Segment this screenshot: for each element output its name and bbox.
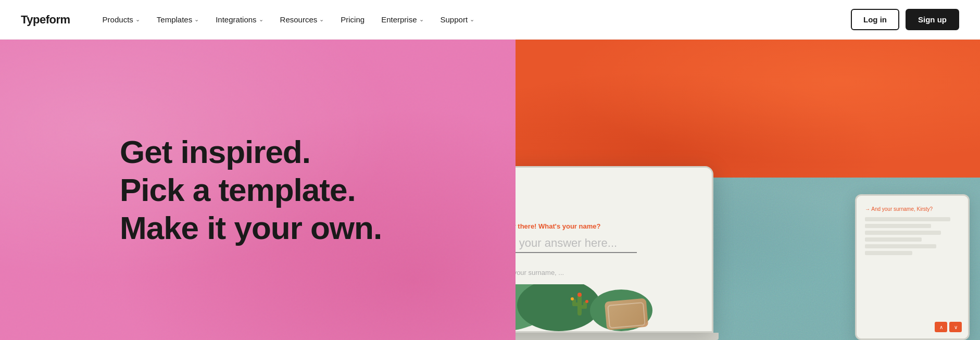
hero-text-block: Get inspired. Pick a template. Make it y… bbox=[120, 133, 382, 247]
question-text: Hey there! What's your name? bbox=[516, 222, 600, 230]
tablet-navigation: ∧ ∨ bbox=[935, 322, 962, 332]
chevron-down-icon: ⌄ bbox=[194, 16, 199, 23]
nav-label-pricing: Pricing bbox=[341, 15, 365, 24]
svg-point-6 bbox=[571, 297, 574, 300]
tablet-screen: → And your surname, Kirsty? bbox=[857, 196, 968, 338]
hero-section: Get inspired. Pick a template. Make it y… bbox=[0, 40, 980, 340]
nav-label-integrations: Integrations bbox=[216, 15, 256, 24]
tablet-mockup: → And your surname, Kirsty? ∧ ∨ bbox=[855, 194, 970, 340]
tablet-question: → And your surname, Kirsty? bbox=[865, 206, 960, 212]
pillow-pattern bbox=[607, 302, 646, 329]
nav-label-support: Support bbox=[441, 15, 468, 24]
tablet-nav-down[interactable]: ∨ bbox=[949, 322, 962, 332]
hero-headline: Get inspired. Pick a template. Make it y… bbox=[120, 133, 382, 247]
navbar-actions: Log in Sign up bbox=[851, 9, 959, 30]
laptop-base bbox=[516, 333, 719, 340]
nav-item-templates[interactable]: Templates ⌄ bbox=[149, 11, 206, 28]
tablet-question-prefix: → bbox=[865, 206, 870, 212]
nav-label-templates: Templates bbox=[157, 15, 192, 24]
nav-item-pricing[interactable]: Pricing bbox=[333, 11, 372, 28]
hero-left-panel: Get inspired. Pick a template. Make it y… bbox=[0, 40, 516, 340]
nav-label-enterprise: Enterprise bbox=[381, 15, 417, 24]
hero-orange-bg bbox=[516, 40, 980, 178]
brand-logo[interactable]: Typeform bbox=[21, 13, 70, 27]
hero-headline-line2: Pick a template. bbox=[120, 172, 356, 208]
svg-point-7 bbox=[585, 300, 588, 303]
chevron-down-icon: ⌄ bbox=[319, 16, 324, 23]
nav-item-resources[interactable]: Resources ⌄ bbox=[273, 11, 332, 28]
tablet-line-3 bbox=[865, 231, 941, 235]
tablet-line-1 bbox=[865, 217, 950, 221]
signup-button[interactable]: Sign up bbox=[906, 9, 959, 30]
nav-item-support[interactable]: Support ⌄ bbox=[433, 11, 482, 28]
laptop-frame: 1→ Hey there! What's your name? Type you… bbox=[516, 166, 713, 333]
tablet-answer-lines bbox=[865, 217, 960, 255]
laptop-input: Type your answer here... bbox=[516, 236, 637, 253]
nav-item-enterprise[interactable]: Enterprise ⌄ bbox=[374, 11, 431, 28]
laptop-next-question: → And your surname, ... bbox=[516, 269, 564, 276]
tablet-question-text: And your surname, Kirsty? bbox=[871, 206, 933, 212]
navbar: Typeform Products ⌄ Templates ⌄ Integrat… bbox=[0, 0, 980, 40]
cactus-icon bbox=[569, 289, 590, 321]
tablet-line-5 bbox=[865, 244, 936, 248]
chevron-down-icon: ⌄ bbox=[135, 16, 140, 23]
chevron-down-icon: ⌄ bbox=[419, 16, 424, 23]
hero-right-panel: 1→ Hey there! What's your name? Type you… bbox=[516, 40, 980, 340]
login-button[interactable]: Log in bbox=[851, 9, 899, 30]
nav-menu: Products ⌄ Templates ⌄ Integrations ⌄ Re… bbox=[95, 11, 851, 28]
tablet-nav-up[interactable]: ∧ bbox=[935, 322, 947, 332]
hero-headline-line3: Make it your own. bbox=[120, 210, 382, 246]
tablet-frame: → And your surname, Kirsty? ∧ ∨ bbox=[855, 194, 970, 340]
nav-item-integrations[interactable]: Integrations ⌄ bbox=[208, 11, 270, 28]
laptop-question-text: 1→ Hey there! What's your name? bbox=[516, 222, 600, 230]
laptop-decor bbox=[516, 284, 712, 331]
tablet-line-6 bbox=[865, 251, 912, 255]
chevron-down-icon: ⌄ bbox=[259, 16, 263, 23]
nav-item-products[interactable]: Products ⌄ bbox=[95, 11, 147, 28]
svg-point-5 bbox=[577, 293, 582, 297]
nav-label-resources: Resources bbox=[280, 15, 318, 24]
hero-headline-line1: Get inspired. bbox=[120, 134, 310, 170]
laptop-mockup: 1→ Hey there! What's your name? Type you… bbox=[516, 166, 719, 340]
nav-label-products: Products bbox=[103, 15, 133, 24]
tablet-line-2 bbox=[865, 224, 931, 228]
tablet-line-4 bbox=[865, 237, 922, 242]
chevron-down-icon: ⌄ bbox=[470, 16, 474, 23]
